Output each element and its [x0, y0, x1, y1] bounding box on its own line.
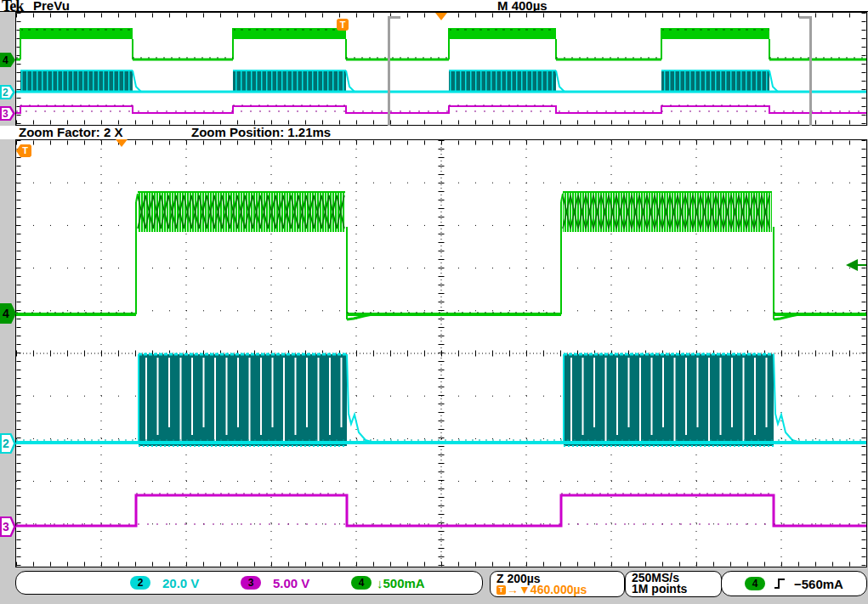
acquisition-readout: 250MS/s 1M points — [625, 571, 722, 597]
channel-3-badge: 3 — [241, 576, 261, 590]
channel-2-scale: 20.0 V — [162, 576, 199, 590]
zoom-waveform-window — [15, 139, 867, 567]
channel-2-marker-main: 2 — [0, 433, 16, 454]
trigger-level-label: −560mA — [794, 577, 843, 591]
acquisition-mode-label: PreVu — [33, 0, 70, 13]
channel-3-scale: 5.00 V — [273, 576, 309, 590]
vertical-scale-readouts: 2 20.0 V 3 5.00 V 4 ↓500mA — [15, 571, 483, 595]
zoom-info-bar: Zoom Factor: 2 X Zoom Position: 1.21ms — [0, 126, 868, 139]
channel-4-marker-overview: 4 — [0, 53, 15, 67]
channel-4-scale: ↓500mA — [377, 576, 425, 590]
horizontal-readout: Z 200µs T→▼460.000µs — [490, 571, 625, 597]
zoom-region-bracket-left — [388, 16, 400, 128]
channel-3-marker-main: 3 — [0, 517, 16, 537]
channel-2-badge: 2 — [130, 576, 150, 590]
overview-waveform-window — [15, 12, 867, 126]
trigger-point-icon-overview: T — [337, 19, 349, 31]
trigger-delay-icon: T — [496, 585, 506, 595]
top-bar: Tek PreVu M 400µs — [0, 0, 868, 12]
channel-2-marker-overview: 2 — [0, 85, 15, 99]
trigger-position-marker-overview — [435, 13, 447, 20]
zoom-position-label: Zoom Position: 1.21ms — [191, 125, 331, 139]
overview-waveform-plot — [16, 13, 866, 125]
channel-4-marker-main: 4 — [0, 303, 16, 324]
trigger-position-marker-main — [116, 139, 128, 147]
trigger-source-badge: 4 — [745, 577, 765, 590]
zoom-factor-label: Zoom Factor: 2 X — [19, 125, 123, 139]
rising-edge-icon — [774, 577, 786, 590]
zoom-waveform-plot — [16, 140, 866, 567]
main-timebase-label: M 400µs — [497, 0, 547, 13]
record-length-label: 1M points — [632, 584, 721, 595]
channel-4-badge: 4 — [351, 576, 372, 590]
channel-3-marker-overview: 3 — [0, 106, 15, 121]
zoom-region-bracket-right — [799, 16, 812, 128]
oscilloscope-screen: Tek PreVu M 400µs 4 2 3 T Zoom Factor: 2… — [0, 0, 868, 604]
trigger-readout: 4 −560mA — [721, 571, 867, 596]
trigger-delay-label: →▼460.000µs — [507, 584, 587, 596]
